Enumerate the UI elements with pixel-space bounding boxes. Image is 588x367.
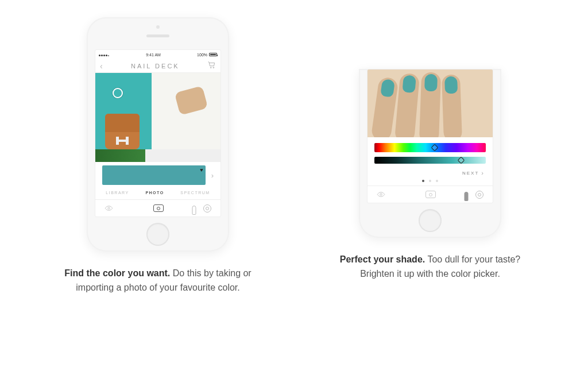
cart-icon[interactable]: [208, 61, 216, 71]
next-label[interactable]: NEXT: [462, 171, 479, 176]
feature-find-color: 9:41 AM 100% ‹ NAIL DECK: [34, 17, 281, 295]
home-button[interactable]: [419, 209, 442, 232]
next-row: NEXT ›: [368, 165, 493, 177]
status-battery-label: 100%: [197, 53, 207, 57]
page-dot-2[interactable]: [429, 180, 431, 182]
selected-color-swatch[interactable]: ♥: [102, 165, 206, 185]
tab-library[interactable]: LIBRARY: [106, 191, 129, 195]
signal-dots-icon: [99, 53, 110, 57]
svg-point-2: [108, 207, 110, 209]
source-photo[interactable]: [95, 73, 220, 162]
target-icon[interactable]: [203, 204, 211, 213]
preview-eye-icon[interactable]: [377, 190, 386, 199]
caption-left: Find the color you want. Do this by taki…: [55, 266, 261, 295]
caption-left-bold: Find the color you want.: [64, 268, 170, 278]
favorite-icon[interactable]: ♥: [200, 167, 203, 173]
nail-filled-icon[interactable]: [464, 192, 468, 201]
swatch-next-icon[interactable]: ›: [211, 171, 214, 180]
app-navbar: ‹ NAIL DECK: [95, 59, 220, 73]
app-title: NAIL DECK: [131, 63, 180, 69]
caption-right-bold: Perfect your shade.: [340, 254, 425, 264]
phone-speaker: [146, 34, 169, 37]
status-bar: 9:41 AM 100%: [95, 50, 220, 59]
color-picker: [368, 137, 493, 165]
next-chevron-icon[interactable]: ›: [481, 169, 485, 176]
hue-slider[interactable]: [374, 143, 486, 152]
phone-mockup-1: 9:41 AM 100% ‹ NAIL DECK: [87, 17, 229, 252]
bottom-toolbar: [368, 186, 493, 203]
lightness-slider-thumb[interactable]: [458, 157, 465, 164]
selected-swatch-row: ♥ ›: [95, 162, 220, 188]
page-dot-3[interactable]: [436, 180, 438, 182]
nail-outline-icon[interactable]: [192, 206, 196, 215]
back-icon[interactable]: ‹: [100, 62, 103, 70]
svg-point-1: [213, 67, 214, 68]
mode-tabs: LIBRARY PHOTO SPECTRUM: [95, 188, 220, 199]
home-button[interactable]: [146, 223, 169, 246]
feature-perfect-shade: NEXT ›: [307, 17, 554, 281]
phone-mockup-2: NEXT ›: [359, 69, 501, 238]
camera-icon[interactable]: [425, 191, 436, 198]
hue-slider-thumb[interactable]: [431, 144, 438, 152]
svg-point-3: [380, 194, 382, 195]
lightness-slider[interactable]: [374, 157, 486, 164]
page-indicator: [368, 177, 493, 186]
phone1-screen: 9:41 AM 100% ‹ NAIL DECK: [95, 49, 221, 217]
phone-camera-dot: [156, 25, 160, 29]
tab-spectrum[interactable]: SPECTRUM: [180, 191, 210, 195]
tab-photo[interactable]: PHOTO: [145, 191, 164, 195]
preview-eye-icon[interactable]: [105, 204, 114, 213]
caption-right: Perfect your shade. Too dull for your ta…: [327, 253, 533, 281]
status-time: 9:41 AM: [146, 53, 161, 57]
target-icon[interactable]: [475, 191, 483, 199]
nails-preview: [368, 69, 493, 137]
battery-icon: [209, 53, 217, 56]
bottom-toolbar: [95, 199, 220, 217]
svg-point-0: [210, 67, 211, 68]
page-dot-1[interactable]: [422, 180, 424, 182]
eyedropper-reticle-icon[interactable]: [113, 88, 123, 98]
camera-icon[interactable]: [153, 204, 164, 212]
phone2-screen: NEXT ›: [367, 69, 493, 203]
